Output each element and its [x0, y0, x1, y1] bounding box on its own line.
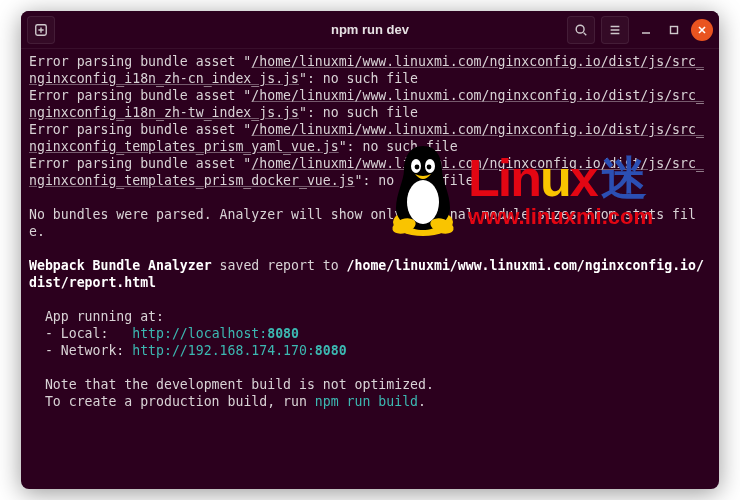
maximize-button[interactable]: [663, 19, 685, 41]
app-running-header: App running at:: [29, 309, 164, 324]
hamburger-icon: [608, 23, 622, 37]
network-url-line: - Network: http://192.168.174.170:8080: [29, 343, 347, 358]
search-button[interactable]: [567, 16, 595, 44]
error-line: Error parsing bundle asset "/home/linuxm…: [29, 156, 704, 188]
menu-button[interactable]: [601, 16, 629, 44]
minimize-button[interactable]: [635, 19, 657, 41]
webpack-report-line: Webpack Bundle Analyzer saved report to …: [29, 258, 704, 290]
svg-point-3: [576, 25, 584, 33]
close-icon: [697, 25, 707, 35]
minimize-icon: [640, 24, 652, 36]
error-line: Error parsing bundle asset "/home/linuxm…: [29, 54, 704, 86]
error-line: Error parsing bundle asset "/home/linuxm…: [29, 122, 704, 154]
terminal-window: npm run dev Error parsing bundle asset "…: [21, 11, 719, 489]
new-tab-button[interactable]: [27, 16, 55, 44]
prod-build-note: To create a production build, run npm ru…: [29, 394, 426, 409]
svg-line-4: [584, 32, 587, 35]
no-bundles-line: No bundles were parsed. Analyzer will sh…: [29, 207, 696, 239]
dev-build-note: Note that the development build is not o…: [29, 377, 434, 392]
new-tab-icon: [34, 23, 48, 37]
terminal-output[interactable]: Error parsing bundle asset "/home/linuxm…: [21, 49, 719, 489]
error-line: Error parsing bundle asset "/home/linuxm…: [29, 88, 704, 120]
search-icon: [574, 23, 588, 37]
local-url-line: - Local: http://localhost:8080: [29, 326, 299, 341]
svg-rect-9: [671, 26, 678, 33]
titlebar: npm run dev: [21, 11, 719, 49]
close-button[interactable]: [691, 19, 713, 41]
maximize-icon: [668, 24, 680, 36]
